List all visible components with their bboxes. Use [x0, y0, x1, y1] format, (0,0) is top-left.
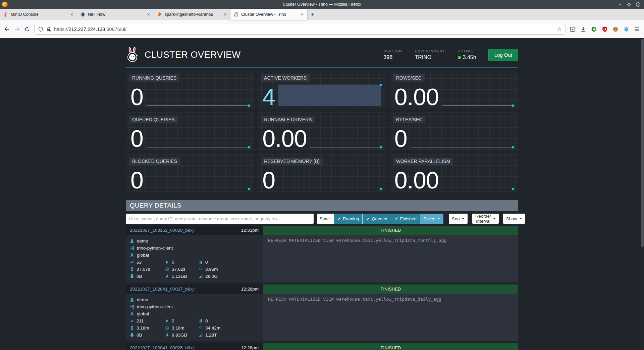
stat-value: 0: [130, 88, 143, 106]
menu-icon[interactable]: [634, 26, 640, 32]
ublock-origin-icon[interactable]: [602, 26, 608, 32]
tab-spark-ingest-into-warehou[interactable]: spark-ingest-into-warehou ×: [154, 9, 230, 20]
state-filter-queued[interactable]: Queued: [363, 214, 391, 224]
sparkline-chart: [442, 168, 514, 189]
sparkline-chart: [310, 126, 382, 148]
url-suffix: :30876/ui/: [105, 27, 126, 32]
tab-cluster-overview-trino[interactable]: Cluster Overview - Trino ×: [230, 9, 307, 20]
resource-group-icon: A: [130, 312, 134, 316]
tracking-shield-icon[interactable]: [38, 27, 43, 32]
sparkline-chart: [411, 126, 514, 148]
new-tab-button[interactable]: +: [307, 9, 317, 20]
tab-close-icon[interactable]: ×: [147, 12, 151, 17]
stat-tile-bytes-sec: BYTES/SEC 0: [390, 113, 518, 150]
maximize-button[interactable]: [627, 2, 632, 7]
firefox-icon: [2, 2, 8, 7]
state-filter-failed[interactable]: Failed: [420, 214, 443, 224]
check-icon: [337, 217, 341, 221]
query-id-link[interactable]: 20221027_102841_00026_b8xji: [130, 345, 195, 350]
tab-close-icon[interactable]: ×: [223, 12, 227, 17]
sparkline-chart: [442, 85, 514, 106]
tab-label: MinIO Console: [11, 12, 67, 17]
tab-nifi-flow[interactable]: NiFi Flow ×: [77, 9, 154, 20]
starburst-extension-icon[interactable]: [623, 26, 629, 32]
bookmark-star-icon[interactable]: ☆: [557, 26, 562, 32]
stat-tile-rows-sec: ROWS/SEC 0.00: [390, 71, 518, 108]
window-title: Cluster Overview - Trino — Mozilla Firef…: [0, 2, 644, 7]
state-filter-label: Failed: [424, 216, 435, 221]
query-source: trino-python-client: [137, 304, 173, 309]
state-filter-running[interactable]: Running: [334, 214, 363, 224]
query-time: 12:28pm: [241, 287, 259, 292]
completed-splits-icon: [130, 319, 134, 323]
completed-splits: 63: [137, 260, 142, 265]
user-icon: [130, 298, 134, 302]
reorder-interval-button[interactable]: Reorder Interval: [472, 214, 499, 224]
state-filter-finished[interactable]: Finished: [391, 214, 420, 224]
tab-label: NiFi Flow: [88, 12, 144, 17]
download-icon[interactable]: [580, 26, 586, 32]
tab-close-icon[interactable]: ×: [70, 12, 74, 17]
nav-toolbar: https://212.227.224.138:30876/ui/ ☆: [0, 20, 644, 38]
minimize-button[interactable]: [618, 2, 623, 7]
page-scrollbar[interactable]: [641, 38, 644, 350]
back-button[interactable]: [4, 26, 10, 32]
sparkline-dot: [512, 146, 514, 148]
url-bar[interactable]: https://212.227.224.138:30876/ui/ ☆: [34, 24, 566, 35]
show-button[interactable]: Show: [503, 214, 525, 224]
peak-memory-icon: [165, 333, 169, 337]
sort-button[interactable]: Sort: [449, 214, 468, 224]
close-button[interactable]: [636, 2, 641, 7]
current-memory: 0B: [137, 274, 142, 279]
query-time: 12:28pm: [241, 345, 259, 350]
state-filter-label: Queued: [372, 216, 387, 221]
stat-value: 0.00: [394, 171, 439, 189]
lock-warning-icon[interactable]: [46, 27, 51, 32]
stat-value: 0.00: [262, 130, 307, 148]
check-icon: [394, 217, 398, 221]
reload-button[interactable]: [24, 26, 30, 32]
logout-button[interactable]: Log Out: [488, 49, 518, 61]
url-text: https://212.227.224.138:30876/ui/: [54, 27, 554, 32]
uptime-info: UPTIME 3.45h: [458, 49, 476, 60]
query-user: demo: [137, 238, 148, 244]
tab-close-icon[interactable]: ×: [300, 12, 304, 17]
query-row: 20221027_102841_00027_b8xji 12:28pm FINI…: [126, 285, 518, 341]
query-id-link[interactable]: 20221027_102841_00027_b8xji: [130, 287, 195, 292]
cumulative-memory-icon: [199, 333, 203, 337]
query-details-toolbar: State: Running Queued Finished Failed So…: [126, 214, 518, 224]
cpu-time-icon: [199, 326, 203, 330]
scrollbar-thumb[interactable]: [641, 39, 644, 247]
state-filter-label: Finished: [400, 216, 417, 221]
sparkline-chart: [278, 168, 382, 189]
sparkline-dot: [512, 104, 514, 107]
version-info: VERSION 396: [383, 49, 402, 60]
save-page-icon[interactable]: [570, 26, 576, 32]
uptime-label: UPTIME: [458, 49, 476, 53]
tab-minio-console[interactable]: MinIO Console ×: [0, 9, 77, 20]
uptime-status-dot: [458, 56, 461, 59]
stat-tile-active-workers: ACTIVE WORKERS 4: [258, 71, 386, 108]
cookie-extension-icon[interactable]: [612, 26, 619, 32]
forward-button[interactable]: [14, 26, 20, 32]
elapsed-time: 37.62s: [172, 267, 185, 272]
privacy-extension-icon[interactable]: [591, 26, 597, 32]
cumulative-memory: 29.0G: [205, 274, 218, 279]
minio-favicon-icon: [3, 12, 8, 17]
query-search-input[interactable]: [126, 214, 314, 224]
peak-memory: 9.83GB: [172, 333, 187, 338]
queued-splits: 0: [205, 318, 208, 323]
wall-time-icon: [130, 326, 134, 330]
sparkline-dot: [512, 188, 514, 190]
queued-splits-icon: [199, 319, 203, 323]
peak-memory: 1.13GB: [172, 274, 187, 279]
stat-value: 0.00: [394, 88, 439, 106]
user-icon: [130, 239, 134, 243]
environment-value: TRINO: [415, 54, 445, 60]
query-user: demo: [137, 297, 148, 302]
query-header: 20221027_103152_00028_b8xji 12:31pm: [126, 226, 263, 235]
chevron-down-icon: [519, 218, 522, 219]
tab-list: MinIO Console × NiFi Flow × spark-ingest…: [0, 9, 307, 20]
stat-label: RUNNABLE DRIVERS: [261, 116, 315, 123]
query-id-link[interactable]: 20221027_103152_00028_b8xji: [130, 228, 195, 233]
